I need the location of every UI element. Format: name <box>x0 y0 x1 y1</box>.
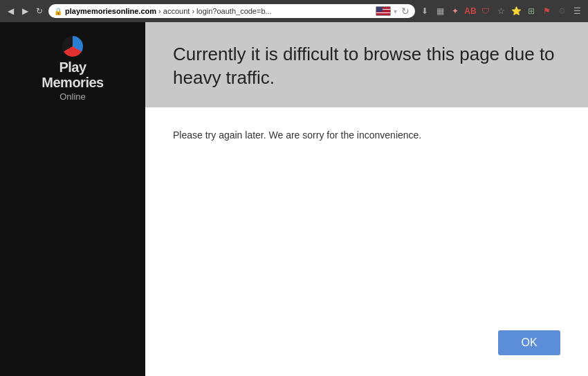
logo-container: Play Memories Online <box>42 36 103 102</box>
logo-text-online: Online <box>59 91 86 102</box>
plugin4-icon[interactable]: ☰ <box>570 4 584 18</box>
bookmark-icon[interactable]: ☆ <box>494 4 508 18</box>
browser-chrome: ◀ ▶ ↻ 🔒 playmemoriesonline.com › account… <box>0 0 588 22</box>
plugin2-icon[interactable]: ⚑ <box>540 4 553 18</box>
dialog-title: Currently it is difficult to browse this… <box>173 43 560 90</box>
plugin3-icon[interactable]: ⚙ <box>555 4 569 18</box>
url-bar[interactable]: 🔒 playmemoriesonline.com › account › log… <box>48 4 415 18</box>
shield-icon[interactable]: 🛡 <box>479 4 493 18</box>
back-button[interactable]: ◀ <box>4 5 17 17</box>
page-content: Play Memories Online Currently it is dif… <box>0 22 588 376</box>
puzzle-icon[interactable]: ✦ <box>448 4 462 18</box>
dialog-header: Currently it is difficult to browse this… <box>145 22 588 107</box>
download-icon[interactable]: ⬇ <box>418 4 432 18</box>
sidebar: Play Memories Online <box>0 22 145 376</box>
logo-text-memories: Memories <box>42 75 103 90</box>
forward-button[interactable]: ▶ <box>19 5 31 17</box>
flag-icon <box>376 6 391 16</box>
dialog-message: Please try again later. We are sorry for… <box>173 128 560 143</box>
adblock-icon[interactable]: AB <box>463 4 477 18</box>
star-icon[interactable]: ⭐ <box>509 4 523 18</box>
dropdown-arrow[interactable]: ▾ <box>394 8 397 15</box>
ok-button[interactable]: OK <box>498 330 560 355</box>
logo-text-play: Play <box>59 60 86 75</box>
dialog-body: Please try again later. We are sorry for… <box>145 107 588 376</box>
toolbar-icons: ⬇ ▦ ✦ AB 🛡 ☆ ⭐ ⊞ ⚑ ⚙ ☰ <box>418 4 584 18</box>
dialog-box: Currently it is difficult to browse this… <box>145 22 588 376</box>
lock-icon: 🔒 <box>54 8 62 15</box>
refresh-icon[interactable]: ↻ <box>401 6 410 17</box>
plugin1-icon[interactable]: ⊞ <box>524 4 538 18</box>
logo-icon <box>62 36 83 57</box>
reload-button[interactable]: ↻ <box>33 5 46 17</box>
main-area: Currently it is difficult to browse this… <box>145 22 588 376</box>
view-icon[interactable]: ▦ <box>433 4 447 18</box>
browser-nav-buttons[interactable]: ◀ ▶ ↻ <box>4 5 46 17</box>
url-text: playmemoriesonline.com › account › login… <box>65 7 373 15</box>
